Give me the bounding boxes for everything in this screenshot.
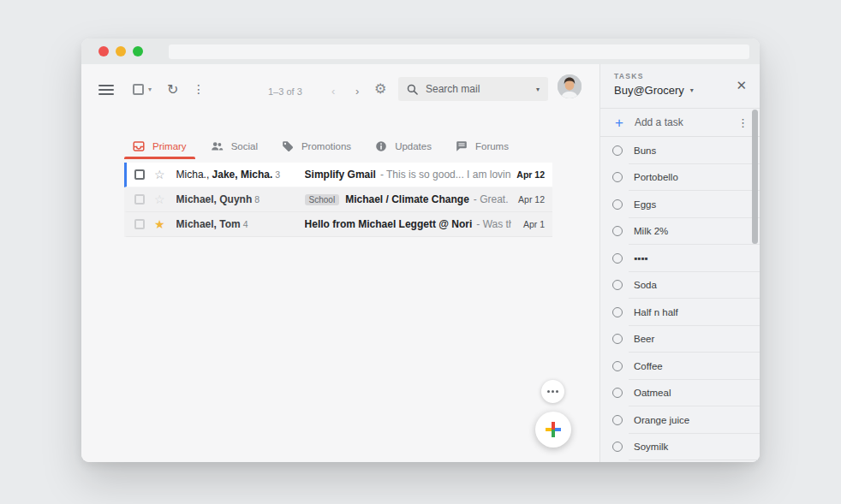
- task-item[interactable]: Coffee: [600, 353, 760, 380]
- task-complete-circle-icon[interactable]: [612, 415, 623, 425]
- tasks-scrollbar[interactable]: [752, 110, 758, 244]
- search-options-caret-icon[interactable]: ▾: [536, 86, 540, 93]
- task-item[interactable]: Beer: [600, 326, 760, 353]
- tab-updates[interactable]: Updates: [367, 133, 440, 159]
- chevron-down-icon[interactable]: ▾: [148, 86, 152, 93]
- task-label: Eggs: [634, 199, 656, 210]
- task-item[interactable]: Eggs: [600, 191, 760, 218]
- task-item[interactable]: Buns: [600, 137, 760, 164]
- tab-forums[interactable]: Forums: [447, 133, 517, 159]
- task-complete-circle-icon[interactable]: [612, 334, 623, 344]
- newer-page-icon[interactable]: ‹: [331, 85, 335, 98]
- primary-inbox-icon: [133, 140, 145, 152]
- email-date: Apr 12: [511, 169, 552, 180]
- star-icon[interactable]: ☆: [154, 169, 165, 181]
- search-input[interactable]: Search mail ▾: [398, 77, 548, 101]
- email-subject: Simplify Gmail: [305, 169, 376, 181]
- email-checkbox[interactable]: [134, 169, 145, 180]
- task-item[interactable]: Soda: [600, 272, 760, 299]
- task-list-selector[interactable]: Buy@Grocery ▾: [614, 84, 748, 97]
- zoom-window-button[interactable]: [133, 46, 143, 56]
- refresh-icon[interactable]: ↻: [167, 81, 178, 98]
- avatar[interactable]: [558, 74, 582, 98]
- address-bar[interactable]: [169, 44, 749, 59]
- add-task-row[interactable]: + Add a task ⋮: [600, 109, 760, 137]
- label-chip: School: [305, 194, 340, 205]
- task-complete-circle-icon[interactable]: [612, 172, 623, 182]
- tasks-panel: TASKS Buy@Grocery ▾ ✕ + Add a task ⋮ Bun…: [599, 64, 760, 462]
- older-page-icon[interactable]: ›: [355, 85, 359, 98]
- task-item[interactable]: ▪▪▪▪: [600, 245, 760, 272]
- task-item[interactable]: Soymilk: [600, 434, 760, 461]
- tasks-more-options-icon[interactable]: ⋮: [737, 116, 749, 129]
- close-window-button[interactable]: [98, 46, 109, 56]
- tab-label: Social: [231, 141, 258, 151]
- select-all-control[interactable]: ▾: [133, 84, 152, 95]
- task-complete-circle-icon[interactable]: [612, 442, 623, 452]
- browser-titlebar: [81, 39, 760, 64]
- task-complete-circle-icon[interactable]: [612, 280, 623, 290]
- task-complete-circle-icon[interactable]: [612, 226, 623, 236]
- task-complete-circle-icon[interactable]: [612, 145, 623, 156]
- email-row[interactable]: ★ Michael, Tom4 Hello from Michael Legge…: [124, 212, 552, 237]
- settings-gear-icon[interactable]: ⚙: [374, 80, 386, 97]
- tab-social[interactable]: Social: [202, 133, 266, 159]
- task-complete-circle-icon[interactable]: [612, 253, 623, 264]
- task-label: Milk 2%: [634, 226, 668, 236]
- task-item[interactable]: Oatmeal: [600, 380, 760, 407]
- tab-primary[interactable]: Primary: [124, 133, 195, 159]
- email-row[interactable]: ☆ Micha., Jake, Micha.3 Simplify Gmail -…: [124, 163, 552, 187]
- task-label: Beer: [634, 334, 654, 344]
- task-item[interactable]: Orange juice: [600, 406, 760, 434]
- email-row[interactable]: ☆ Michael, Quynh8 School Michael / Clima…: [124, 187, 552, 212]
- task-label: Half n half: [634, 307, 678, 317]
- email-checkbox[interactable]: [134, 219, 145, 229]
- tab-promotions[interactable]: Promotions: [273, 133, 360, 159]
- search-placeholder: Search mail: [426, 83, 536, 95]
- task-label: Orange juice: [634, 415, 689, 425]
- more-actions-fab[interactable]: [541, 380, 564, 403]
- add-task-label: Add a task: [635, 116, 683, 128]
- tab-label: Updates: [395, 141, 432, 151]
- task-complete-circle-icon[interactable]: [612, 388, 623, 398]
- task-label: Oatmeal: [634, 388, 671, 398]
- search-icon: [407, 84, 418, 95]
- minimize-window-button[interactable]: [116, 46, 126, 56]
- task-item[interactable]: Milk 2%: [600, 218, 760, 246]
- task-label: Coffee: [634, 361, 663, 371]
- email-snippet: - Great. I can do any d...: [474, 193, 511, 205]
- inbox-tabs: Primary Social Promotions: [124, 133, 524, 159]
- task-complete-circle-icon[interactable]: [612, 307, 623, 317]
- email-date: Apr 1: [511, 219, 552, 229]
- email-date: Apr 12: [511, 194, 552, 205]
- more-options-icon[interactable]: ⋮: [193, 82, 205, 96]
- email-senders: Michael, Quynh8: [176, 193, 305, 205]
- email-list: ☆ Micha., Jake, Micha.3 Simplify Gmail -…: [124, 163, 552, 237]
- close-icon[interactable]: ✕: [736, 79, 747, 92]
- task-label: Portobello: [634, 172, 678, 182]
- select-all-checkbox[interactable]: [133, 84, 144, 95]
- tab-label: Promotions: [301, 141, 351, 151]
- gmail-main: ▾ ↻ ⋮ 1–3 of 3 ‹ › ⚙ Search mail ▾: [81, 64, 599, 462]
- task-complete-circle-icon[interactable]: [612, 199, 623, 210]
- people-icon: [211, 140, 224, 152]
- task-item[interactable]: Portobello: [600, 164, 760, 192]
- chevron-down-icon: ▾: [690, 86, 694, 94]
- task-list-name: Buy@Grocery: [614, 84, 684, 97]
- email-checkbox[interactable]: [134, 194, 145, 205]
- task-item[interactable]: Half n half: [600, 299, 760, 326]
- task-list: Buns Portobello Eggs Milk 2% ▪▪▪▪ Soda H…: [600, 137, 760, 462]
- star-icon[interactable]: ★: [154, 218, 165, 230]
- tab-label: Forums: [475, 141, 509, 151]
- chat-bubble-icon: [456, 140, 468, 152]
- google-plus-icon: [546, 422, 561, 437]
- menu-icon[interactable]: [98, 85, 114, 98]
- email-snippet: - Was there a time on...: [476, 218, 511, 230]
- task-complete-circle-icon[interactable]: [612, 361, 623, 371]
- task-label: ▪▪▪▪: [634, 253, 647, 264]
- star-icon[interactable]: ☆: [154, 193, 165, 205]
- compose-fab[interactable]: [535, 412, 571, 448]
- task-label: Buns: [634, 145, 656, 156]
- info-icon: [375, 140, 387, 152]
- task-label: Soda: [634, 280, 657, 290]
